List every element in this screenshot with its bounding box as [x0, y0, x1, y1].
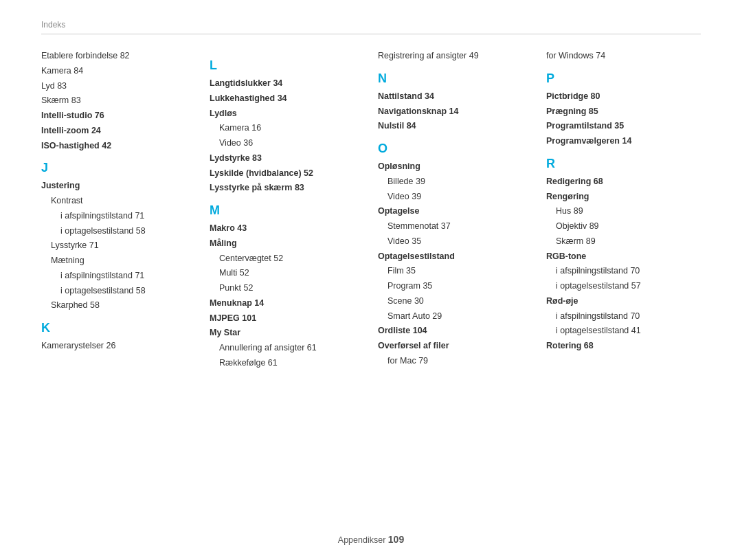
index-entry: J — [41, 159, 196, 177]
index-entry: Etablere forbindelse 82 — [41, 49, 196, 63]
index-entry: i optagelsestilstand 41 — [546, 324, 701, 337]
index-entry: Optagelsestilstand — [378, 250, 532, 263]
index-entry: Rotering 68 — [546, 339, 701, 352]
index-entry: Stemmenotat 37 — [378, 220, 532, 233]
index-entry: Kamera 16 — [210, 122, 364, 135]
index-entry: Programvælgeren 14 — [546, 135, 701, 148]
index-entry: Billede 39 — [378, 175, 532, 188]
page: Indeks Etablere forbindelse 82Kamera 84L… — [0, 0, 742, 560]
index-entry: i afspilningstilstand 70 — [546, 310, 701, 323]
index-entry: M — [210, 201, 364, 220]
index-content: Etablere forbindelse 82Kamera 84Lyd 83Sk… — [41, 49, 701, 372]
index-entry: Skarphed 58 — [41, 299, 196, 312]
index-entry: Scene 30 — [378, 295, 532, 308]
column-col4: for Windows 74PPictbridge 80Prægning 85P… — [546, 49, 701, 372]
index-entry: Punkt 52 — [210, 282, 364, 295]
index-entry: Intelli-studio 76 — [41, 109, 196, 122]
index-entry: Lyd 83 — [41, 80, 196, 93]
index-entry: Kontrast — [41, 194, 196, 208]
index-entry: Nulstil 84 — [378, 120, 532, 133]
index-entry: Pictbridge 80 — [546, 90, 701, 103]
index-entry: Rød-øje — [546, 295, 701, 308]
index-entry: Navigationsknap 14 — [378, 105, 532, 118]
index-entry: Måling — [210, 237, 364, 250]
index-entry: Overførsel af filer — [378, 339, 532, 352]
index-entry: MJPEG 101 — [210, 312, 364, 325]
index-entry: Kamerarystelser 26 — [41, 339, 196, 352]
index-entry: Lydstyrke 83 — [210, 152, 364, 165]
index-entry: Mætning — [41, 254, 196, 267]
page-header: Indeks — [41, 0, 701, 34]
index-entry: Skærm 89 — [546, 235, 701, 248]
column-col3: Registrering af ansigter 49NNattilstand … — [378, 49, 532, 372]
index-entry: Video 36 — [210, 137, 364, 150]
index-entry: R — [546, 155, 701, 173]
index-entry: Lukkehastighed 34 — [210, 92, 364, 105]
index-entry: i afspilningstilstand 70 — [546, 265, 701, 278]
index-entry: Rækkefølge 61 — [210, 357, 364, 370]
index-entry: My Star — [210, 326, 364, 339]
index-entry: Nattilstand 34 — [378, 90, 532, 103]
index-entry: i afspilningstilstand 71 — [41, 269, 196, 282]
index-entry: N — [378, 69, 532, 88]
index-entry: Centervægtet 52 — [210, 252, 364, 265]
index-entry: Smart Auto 29 — [378, 310, 532, 323]
index-entry: Langtidslukker 34 — [210, 77, 364, 90]
index-entry: Lyskilde (hvidbalance) 52 — [210, 167, 364, 180]
index-entry: Lysstyrke på skærm 83 — [210, 181, 364, 194]
index-entry: Kamera 84 — [41, 65, 196, 78]
index-entry: Optagelse — [378, 205, 532, 218]
index-entry: Skærm 83 — [41, 94, 196, 107]
index-entry: i optagelsestilstand 57 — [546, 280, 701, 293]
column-col1: Etablere forbindelse 82Kamera 84Lyd 83Sk… — [41, 49, 196, 372]
index-entry: Lysstyrke 71 — [41, 239, 196, 252]
index-entry: RGB-tone — [546, 250, 701, 263]
index-entry: K — [41, 319, 196, 337]
index-entry: Film 35 — [378, 265, 532, 278]
index-entry: Rengøring — [546, 190, 701, 203]
index-entry: Video 39 — [378, 190, 532, 203]
index-entry: Justering — [41, 179, 196, 192]
index-entry: Multi 52 — [210, 267, 364, 280]
index-entry: Annullering af ansigter 61 — [210, 341, 364, 355]
index-entry: for Windows 74 — [546, 49, 701, 63]
footer-label: Appendikser — [338, 535, 386, 545]
index-entry: Objektiv 89 — [546, 220, 701, 233]
index-entry: Opløsning — [378, 160, 532, 173]
index-entry: Ordliste 104 — [378, 324, 532, 337]
index-entry: Program 35 — [378, 280, 532, 293]
index-entry: Intelli-zoom 24 — [41, 124, 196, 137]
index-entry: i optagelsestilstand 58 — [41, 225, 196, 238]
index-entry: P — [546, 69, 701, 88]
index-entry: i optagelsestilstand 58 — [41, 284, 196, 298]
index-entry: Hus 89 — [546, 205, 701, 218]
page-number: 109 — [388, 534, 404, 545]
index-entry: O — [378, 139, 532, 158]
index-entry: Programtilstand 35 — [546, 120, 701, 133]
index-entry: L — [210, 56, 364, 75]
index-entry: ISO-hastighed 42 — [41, 139, 196, 153]
index-entry: Redigering 68 — [546, 175, 701, 188]
page-section-title: Indeks — [41, 20, 65, 30]
index-entry: Menuknap 14 — [210, 297, 364, 310]
page-footer: Appendikser 109 — [0, 534, 742, 545]
index-entry: Lydløs — [210, 107, 364, 120]
index-entry: i afspilningstilstand 71 — [41, 210, 196, 223]
index-entry: Makro 43 — [210, 222, 364, 235]
index-entry: Video 35 — [378, 235, 532, 248]
index-entry: Registrering af ansigter 49 — [378, 49, 532, 63]
index-entry: Prægning 85 — [546, 105, 701, 118]
index-entry: for Mac 79 — [378, 355, 532, 368]
column-col2: LLangtidslukker 34Lukkehastighed 34Lydlø… — [210, 49, 364, 372]
